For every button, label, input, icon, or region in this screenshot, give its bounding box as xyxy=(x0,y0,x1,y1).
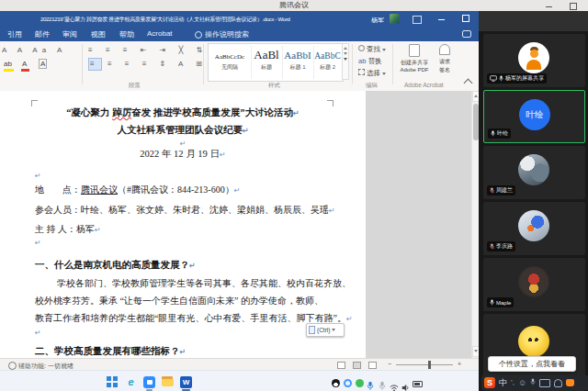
battery-icon[interactable] xyxy=(413,381,423,387)
web-layout-icon[interactable] xyxy=(368,362,377,369)
mic-muted-icon xyxy=(490,187,494,195)
margin-crop-mark xyxy=(327,100,334,106)
tab-acrobat[interactable]: Acrobat xyxy=(147,29,173,38)
tell-me-search[interactable]: 操作说明搜索 xyxy=(205,29,249,39)
speaker-icon[interactable] xyxy=(401,379,410,391)
document-scrollbar[interactable] xyxy=(471,91,479,358)
highlight-color-swatch xyxy=(4,69,14,72)
replace-button[interactable]: ab 替换 xyxy=(358,57,381,66)
styles-more-icon[interactable] xyxy=(344,58,347,61)
style-preview: AaBl xyxy=(254,48,278,61)
scroll-down-icon[interactable] xyxy=(344,52,347,55)
doc-empty-line: ↵ xyxy=(35,329,338,337)
group-label-editing: 编辑 xyxy=(366,82,378,90)
comments-icon[interactable] xyxy=(462,30,471,38)
doc-empty-line: ↵ xyxy=(35,239,338,247)
doc-paragraph-line: 教育工作者和培养的学生都能“眼里有光、心中有爱、手里有活、脚下有路”。↵ xyxy=(35,312,338,325)
avatar[interactable] xyxy=(390,14,400,24)
participant-tile-maple[interactable]: Maple xyxy=(483,258,585,311)
participant-tile-yehui[interactable]: 叶绘 叶绘 xyxy=(483,90,585,143)
participant-label: 叶绘 xyxy=(488,128,511,139)
emoji-icon[interactable]: ☺ xyxy=(518,379,526,386)
word-minimize-icon[interactable] xyxy=(438,19,445,20)
minimize-icon[interactable] xyxy=(546,3,552,7)
edge-icon[interactable]: e xyxy=(125,376,137,388)
tencent-meeting-icon[interactable] xyxy=(143,376,155,388)
print-layout-icon[interactable] xyxy=(353,362,361,369)
collapse-ribbon-icon[interactable] xyxy=(464,79,473,88)
file-explorer-icon[interactable] xyxy=(162,376,174,388)
character-border-icon[interactable]: A xyxy=(39,59,47,69)
find-button[interactable]: 查找 xyxy=(358,45,386,54)
sogou-cloud-icon[interactable] xyxy=(344,379,352,387)
ribbon-display-options-icon[interactable] xyxy=(413,16,422,24)
participant-tile-liqinglu[interactable]: 李庆路 xyxy=(483,202,585,255)
style-title[interactable]: AaBl 标题 xyxy=(251,46,283,79)
accessibility-status[interactable]: 辅助功能: 一切就绪 xyxy=(18,362,74,371)
text-highlight-icon[interactable]: ab xyxy=(4,60,12,68)
read-mode-icon[interactable] xyxy=(337,362,345,369)
font-group-icons-row1[interactable]: A A Aa A xyxy=(2,46,66,54)
doc-empty-line: ↵ xyxy=(35,172,338,180)
font-color-icon[interactable]: A xyxy=(22,60,27,68)
style-heading-1[interactable]: AaBbI 标题 1 xyxy=(282,46,314,79)
doc-paragraph-line: 学校各部门、学校教师管理学生等各司其事、各尽其能、校内百花齐放、 xyxy=(57,277,360,290)
wifi-icon[interactable] xyxy=(390,379,399,391)
style-heading-2[interactable]: AaBbC 标题 2 xyxy=(313,46,342,79)
avatar xyxy=(518,210,549,241)
accessibility-icon xyxy=(8,362,17,370)
start-button-icon[interactable] xyxy=(107,376,119,388)
tab-view[interactable]: 视图 xyxy=(91,29,106,39)
word-taskbar-icon[interactable]: W xyxy=(180,376,192,388)
mic-icon xyxy=(491,130,495,138)
participant-name: 周建兰 xyxy=(496,186,513,195)
zoom-slider-thumb[interactable] xyxy=(428,361,431,369)
style-preview: AaBbCcDc xyxy=(215,53,244,61)
paste-options-button[interactable]: (Ctrl) xyxy=(306,323,345,337)
styles-gallery-scroll[interactable] xyxy=(342,43,349,80)
restore-icon[interactable] xyxy=(570,3,577,10)
zoom-slider-track[interactable] xyxy=(396,364,453,365)
meeting-link[interactable]: 腾讯会议 xyxy=(81,184,118,195)
participant-label: 李庆路 xyxy=(487,241,515,251)
style-no-spacing[interactable]: AaBbCcDc 无间隔 xyxy=(209,46,252,79)
ime-mode-icon[interactable]: 中 xyxy=(499,379,507,386)
keyboard-icon[interactable] xyxy=(539,379,550,387)
participant-tile-zhoujianlan[interactable]: 周建兰 xyxy=(483,146,585,199)
zoom-out-button[interactable]: − xyxy=(388,361,391,367)
replace-icon: ab xyxy=(358,57,366,65)
word-status-bar: 辅助功能: 一切就绪 − + xyxy=(0,358,479,371)
style-name: 标题 xyxy=(251,63,282,72)
skin-icon[interactable] xyxy=(566,379,574,386)
select-button[interactable]: 选择 xyxy=(358,69,386,78)
mic-tray-icon[interactable] xyxy=(367,378,374,391)
mic-muted-tray-icon[interactable] xyxy=(379,378,386,391)
toolbox-person-icon[interactable] xyxy=(554,379,562,387)
document-page[interactable]: “凝心聚力 踔厉奋发 推进学校高质量发展”大讨论活动↵ 人文社科系管理团队会议纪… xyxy=(0,91,366,358)
word-restore-icon[interactable] xyxy=(462,15,469,22)
zoom-in-button[interactable]: + xyxy=(458,361,461,367)
sogou-logo-icon[interactable]: S xyxy=(484,377,495,388)
paragraph-group-icons-row2[interactable]: ≡ ≡ ≡ ≡ ⇕ A ⊞ xyxy=(90,60,208,68)
request-signature-button[interactable]: 请求 签名 xyxy=(432,44,458,74)
tab-mailings[interactable]: 邮件 xyxy=(35,29,50,39)
tab-help[interactable]: 帮助 xyxy=(119,29,134,39)
document-area: “凝心聚力 踔厉奋发 推进学校高质量发展”大讨论活动↵ 人文社科系管理团队会议纪… xyxy=(0,91,479,358)
word-account-name[interactable]: 杨军 xyxy=(371,16,384,25)
create-share-pdf-button[interactable]: 创建并共享 Adobe PDF xyxy=(399,44,430,73)
qq-icon[interactable] xyxy=(332,379,340,387)
scroll-up-icon[interactable] xyxy=(344,47,347,50)
style-name: 无间隔 xyxy=(209,63,251,72)
tab-references[interactable]: 引用 xyxy=(7,29,22,39)
paragraph-group-icons-row1[interactable]: ≡ ≡ ≡ ⇤ ⇥ ╳ ⇅ ¶ xyxy=(88,46,225,54)
green-status-icon[interactable] xyxy=(356,379,364,387)
scrollbar-down-button[interactable] xyxy=(472,346,479,357)
participant-name: 李庆路 xyxy=(496,242,513,251)
punctuation-icon[interactable]: ’, xyxy=(511,379,514,386)
scrollbar-up-button[interactable] xyxy=(472,91,479,102)
voice-input-icon[interactable] xyxy=(530,378,536,387)
word-titlebar: 20221219“凝心聚力 踔厉奋发 推进学校高质量发展”大讨论活动（人文社科系… xyxy=(0,11,479,27)
search-icon xyxy=(358,45,365,51)
participant-tile-screenshare[interactable]: 杨军的屏幕共享 xyxy=(483,34,585,87)
tab-review[interactable]: 审阅 xyxy=(62,29,77,39)
